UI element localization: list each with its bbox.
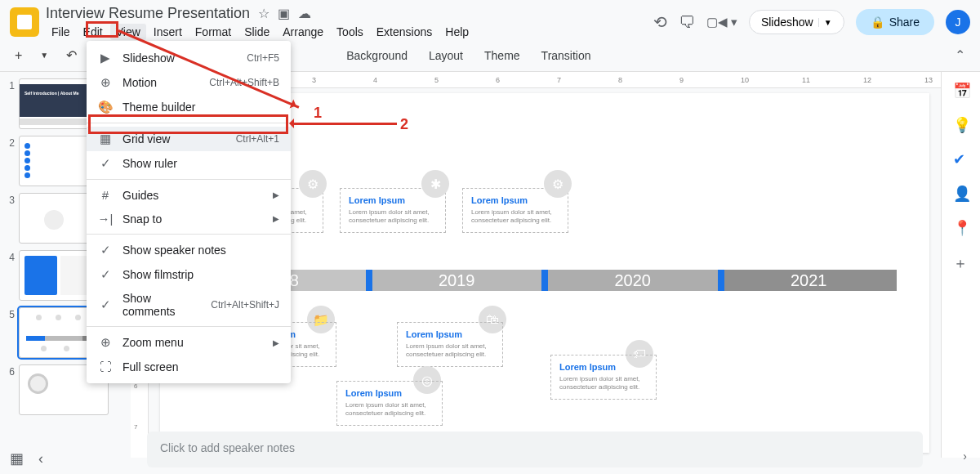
separator [87, 123, 291, 123]
slideshow-button[interactable]: Slideshow ▼ [749, 10, 844, 34]
chevron-right-icon: ▶ [273, 338, 279, 347]
zoom-icon: ⊕ [98, 335, 113, 350]
comments-icon[interactable]: 🗨 [679, 13, 695, 32]
titlebar: Interview Resume Presentation ☆ ▣ ☁ File… [0, 0, 980, 39]
explore-icon[interactable]: › [963, 449, 967, 463]
slides-app-icon[interactable] [10, 7, 39, 37]
fullscreen-icon: ⛶ [98, 360, 113, 373]
thumb-number: 2 [5, 136, 15, 149]
star-icon[interactable]: ☆ [258, 6, 270, 21]
motion-icon: ⊕ [98, 75, 113, 90]
new-slide-dropdown[interactable]: ▼ [35, 47, 53, 63]
timeline-card[interactable]: Lorem IpsumLorem ipsum dolor sit amet, c… [336, 381, 443, 426]
thumb-number: 3 [5, 193, 15, 206]
thumb-number: 1 [5, 78, 15, 92]
calendar-icon[interactable]: 📅 [953, 82, 969, 98]
menu-item-theme-builder[interactable]: 🎨 Theme builder [87, 95, 291, 119]
prev-slide-icon[interactable]: ‹ [38, 450, 43, 467]
chevron-down-icon[interactable]: ▼ [818, 18, 832, 27]
toolbar-theme[interactable]: Theme [478, 46, 527, 65]
toolbar-background[interactable]: Background [340, 46, 414, 65]
gear-icon: ⚙ [299, 170, 327, 198]
separator [87, 179, 291, 180]
annotation-arrow-2 [291, 123, 397, 125]
new-slide-button[interactable]: + [10, 45, 27, 66]
menu-item-slideshow[interactable]: ▶ Slideshow Ctrl+F5 [87, 46, 291, 70]
check-icon: ✓ [98, 297, 113, 312]
undo-button[interactable]: ↶ [61, 44, 82, 66]
menu-item-zoom[interactable]: ⊕ Zoom menu ▶ [87, 330, 291, 355]
menu-help[interactable]: Help [439, 24, 474, 40]
palette-icon: 🎨 [98, 100, 113, 114]
menu-item-show-speaker-notes[interactable]: ✓ Show speaker notes [87, 238, 291, 262]
annotation-label-2: 2 [400, 116, 408, 133]
menu-item-show-filmstrip[interactable]: ✓ Show filmstrip [87, 262, 291, 287]
annotation-label-1: 1 [314, 105, 322, 122]
timeline: Lorem IpsumLorem ipsum dolor sit amet, c… [185, 150, 905, 412]
present-record-icon[interactable]: ▢◀ ▾ [706, 15, 737, 29]
thumb-number: 5 [5, 307, 15, 320]
menu-item-snap-to[interactable]: →| Snap to ▶ [87, 207, 291, 230]
menu-format[interactable]: Format [189, 24, 237, 40]
menu-view[interactable]: View [110, 24, 146, 40]
menu-edit[interactable]: Edit [78, 24, 109, 40]
side-panel: 📅 💡 ✔ 👤 📍 ＋ [941, 72, 980, 458]
timeline-card[interactable]: Lorem IpsumLorem ipsum dolor sit amet, c… [397, 322, 503, 367]
contacts-icon[interactable]: 👤 [953, 185, 969, 201]
lock-icon: 🔒 [871, 16, 884, 29]
separator [87, 234, 291, 235]
keep-icon[interactable]: 💡 [953, 116, 969, 132]
thumb-number: 6 [5, 364, 15, 378]
menu-item-grid-view[interactable]: ▦ Grid view Ctrl+Alt+1 [87, 127, 291, 151]
menu-arrange[interactable]: Arrange [277, 24, 329, 40]
play-icon: ▶ [98, 51, 113, 65]
menu-extensions[interactable]: Extensions [371, 24, 438, 40]
share-label: Share [889, 16, 920, 29]
add-icon[interactable]: ＋ [953, 253, 969, 270]
check-icon: ✓ [98, 267, 113, 282]
grid-icon: ▦ [98, 132, 113, 146]
menu-file[interactable]: File [46, 24, 76, 40]
speaker-notes[interactable]: Click to add speaker notes [147, 432, 923, 467]
move-folder-icon[interactable]: ▣ [278, 6, 290, 21]
slideshow-label: Slideshow [761, 16, 813, 29]
menu-tools[interactable]: Tools [331, 24, 369, 40]
chevron-right-icon: ▶ [273, 214, 279, 223]
guides-icon: # [98, 188, 113, 202]
snap-icon: →| [98, 212, 113, 226]
menu-item-guides[interactable]: # Guides ▶ [87, 183, 291, 207]
gear-icon: ✱ [421, 170, 449, 198]
collapse-toolbar-icon[interactable]: ⌃ [950, 47, 970, 63]
menu-item-full-screen[interactable]: ⛶ Full screen [87, 355, 291, 378]
share-button[interactable]: 🔒 Share [856, 9, 934, 35]
separator [87, 326, 291, 327]
menu-insert[interactable]: Insert [148, 24, 188, 40]
history-icon[interactable]: ⟲ [653, 12, 667, 32]
timeline-bar: 2018 2019 2020 2021 [193, 270, 897, 291]
tasks-icon[interactable]: ✔ [953, 150, 969, 167]
menu-slide[interactable]: Slide [238, 24, 275, 40]
check-icon: ✓ [98, 156, 113, 171]
timeline-card[interactable]: Lorem IpsumLorem ipsum dolor sit amet, c… [550, 355, 657, 400]
footer: ▦ ‹ Click to add speaker notes › [0, 425, 980, 474]
toolbar-layout[interactable]: Layout [422, 46, 470, 65]
menu-item-show-ruler[interactable]: ✓ Show ruler [87, 151, 291, 176]
account-avatar[interactable]: J [946, 10, 970, 34]
chevron-right-icon: ▶ [273, 190, 279, 199]
cloud-status-icon[interactable]: ☁ [298, 6, 311, 21]
document-title[interactable]: Interview Resume Presentation [46, 5, 250, 22]
gear-icon: ⚙ [544, 170, 572, 198]
menu-item-show-comments[interactable]: ✓ Show comments Ctrl+Alt+Shift+J [87, 287, 291, 323]
grid-view-icon[interactable]: ▦ [10, 449, 24, 467]
check-icon: ✓ [98, 243, 113, 257]
toolbar-transition[interactable]: Transition [535, 46, 598, 65]
maps-icon[interactable]: 📍 [953, 219, 969, 235]
thumb-number: 4 [5, 250, 15, 263]
